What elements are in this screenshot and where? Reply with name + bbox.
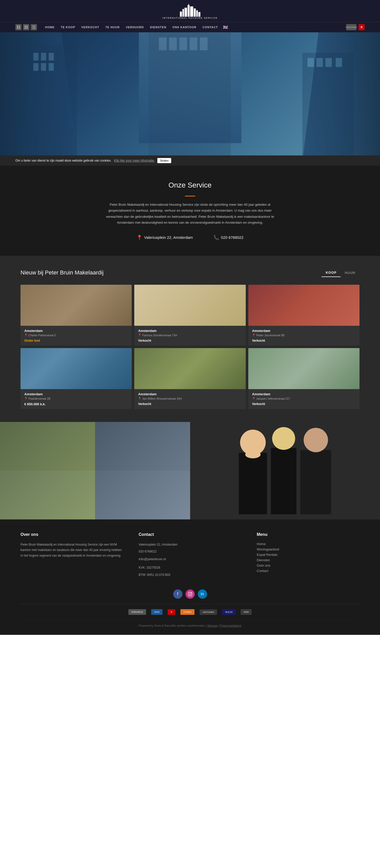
hvh-logo: HvH	[241, 609, 252, 615]
nav-verkocht[interactable]: VERKOCHT	[78, 22, 103, 32]
footer-email-link[interactable]: info@peterbruin.nl	[139, 556, 241, 562]
footer-menu-item-1[interactable]: Woningaanbod	[257, 547, 359, 551]
location-icon-4: 📍	[138, 397, 141, 400]
svg-point-40	[191, 593, 192, 593]
property-card-2[interactable]: Amsterdam 📍 Pieter Jacobsstraat 8B Verko…	[248, 285, 359, 345]
address-info: 📍 Valeriusplein 22, Amsterdam	[137, 235, 193, 240]
hero-section	[0, 32, 380, 155]
property-info-3: Amsterdam 📍 Paardenstraat 2B € 650.000 k…	[21, 389, 132, 409]
vastgoed-logo: vastgoed	[200, 610, 217, 615]
footer-menu-item-5[interactable]: Contact	[257, 569, 359, 573]
team-photo-4	[95, 471, 190, 519]
sitemap-link[interactable]: Sitemap	[207, 624, 217, 627]
location-icon-1: 📍	[138, 334, 141, 337]
pararius-logo: Pararius	[128, 609, 146, 615]
footer-menu-item-3[interactable]: Diensten	[257, 558, 359, 562]
svg-rect-0	[180, 11, 182, 17]
nav-te-koop[interactable]: TE KOOP	[58, 22, 78, 32]
footer-menu-item-0[interactable]: Home	[257, 542, 359, 546]
property-card-0[interactable]: Amsterdam 📍 Charlie Parkerstraat 5 Onder…	[21, 285, 132, 345]
svg-rect-1	[182, 9, 184, 17]
property-city-4: Amsterdam	[138, 392, 242, 396]
svg-rect-32	[200, 37, 208, 50]
svg-rect-9	[17, 26, 18, 27]
svg-rect-5	[194, 8, 196, 17]
svg-rect-2	[184, 8, 187, 17]
team-photo-1	[0, 422, 95, 471]
site-footer: Over ons Peter Bruin Makelaardij en Inte…	[0, 519, 380, 635]
svg-rect-30	[179, 37, 187, 50]
property-info-2: Amsterdam 📍 Pieter Jacobsstraat 8B Verko…	[248, 326, 359, 345]
footer-grid: Over ons Peter Bruin Makelaardij en Inte…	[21, 532, 359, 580]
nav-te-huur[interactable]: TE HUUR	[102, 22, 123, 32]
svg-rect-25	[41, 63, 46, 71]
svg-rect-14	[26, 26, 28, 27]
svg-rect-11	[17, 27, 18, 29]
property-price-3: € 650.000 k.k.	[24, 402, 128, 406]
nav-contact[interactable]: CONTACT	[199, 22, 221, 32]
svg-rect-12	[19, 27, 20, 29]
site-header: INTERNATIONAL HOUSING SERVICE	[0, 0, 380, 22]
svg-rect-21	[33, 53, 38, 61]
svg-rect-33	[302, 53, 354, 155]
property-address-3: 📍 Paardenstraat 2B	[24, 397, 128, 400]
property-card-5[interactable]: Amsterdam 📍 Jacques Veltmanstraat 217 Ve…	[248, 348, 359, 409]
property-city-2: Amsterdam	[252, 329, 356, 333]
hero-buildings-svg	[0, 32, 380, 155]
service-description: Peter Bruin Makelaardij en International…	[100, 202, 280, 226]
team-photo-3	[0, 471, 95, 519]
location-icon-0: 📍	[24, 334, 27, 337]
properties-heading: Nieuw bij Peter Bruin Makelaardij	[21, 269, 104, 276]
svg-rect-4	[190, 6, 193, 17]
footer-menu-item-2[interactable]: Expat Rentals	[257, 553, 359, 557]
svg-rect-35	[316, 58, 323, 67]
properties-section: Nieuw bij Peter Bruin Makelaardij KOOP H…	[0, 256, 380, 422]
tab-koop[interactable]: KOOP	[321, 269, 341, 277]
privacy-link[interactable]: Privacyverklaring	[220, 624, 241, 627]
property-status-0: Onder bod	[24, 339, 128, 342]
address-text: Valeriusplein 22, Amsterdam	[144, 235, 193, 240]
cookie-info-link[interactable]: Klik hier voor meer informatie.	[114, 159, 155, 162]
svg-rect-34	[308, 58, 314, 67]
cookie-close-button[interactable]: Sluiten	[157, 158, 171, 163]
main-nav: HOME TE KOOP VERKOCHT TE HUUR VERHUURD D…	[0, 22, 380, 32]
nav-ons-kantoor[interactable]: ONS KANTOOR	[169, 22, 199, 32]
phone-text: 020 6768022	[221, 235, 244, 240]
property-card-4[interactable]: Amsterdam 📍 Jan Willem Brouwersstraat 18…	[134, 348, 245, 409]
instagram-icon[interactable]	[185, 589, 195, 599]
footer-menu-col: Menu HomeWoningaanbodExpat RentalsDienst…	[257, 532, 359, 580]
property-card-1[interactable]: Amsterdam 📍 Fannius Scholtenstraat 73H V…	[134, 285, 245, 345]
team-section	[0, 422, 380, 519]
nav-home[interactable]: HOME	[42, 22, 58, 32]
nav-extra-box-2: R	[358, 24, 365, 30]
cookie-text: Om u beter van dienst te zijn maakt deze…	[15, 159, 111, 162]
properties-grid: Amsterdam 📍 Charlie Parkerstraat 5 Onder…	[21, 285, 359, 409]
footer-address: Valeriusplein 22, Amsterdam	[139, 542, 241, 548]
property-city-3: Amsterdam	[24, 392, 128, 396]
property-address-4: 📍 Jan Willem Brouwersstraat 18H	[138, 397, 242, 400]
tab-huur[interactable]: HUUR	[341, 269, 359, 277]
nav-verhuurd[interactable]: VERHUURD	[123, 22, 147, 32]
svg-rect-13	[25, 26, 26, 27]
footer-contact-col: Contact Valeriusplein 22, Amsterdam 020 …	[139, 532, 241, 580]
property-card-3[interactable]: Amsterdam 📍 Paardenstraat 2B € 650.000 k…	[21, 348, 132, 409]
svg-rect-18	[32, 27, 35, 27]
nav-icon-1	[15, 24, 22, 30]
footer-kvk: KVK: 33275526	[139, 565, 241, 571]
svg-rect-10	[19, 26, 20, 27]
logo-area: INTERNATIONAL HOUSING SERVICE	[0, 4, 380, 19]
facebook-icon[interactable]: f	[173, 589, 182, 599]
service-heading: Onze Service	[51, 181, 329, 189]
footer-menu-links: HomeWoningaanbodExpat RentalsDienstenOve…	[257, 542, 359, 573]
property-info-4: Amsterdam 📍 Jan Willem Brouwersstraat 18…	[134, 389, 245, 409]
language-flag-icon[interactable]: 🇬🇧	[223, 25, 228, 30]
nav-extra-icons: VASTGOED R	[346, 24, 365, 30]
footer-menu-heading: Menu	[257, 532, 359, 537]
svg-rect-36	[325, 58, 332, 67]
nav-diensten[interactable]: DIENSTEN	[147, 22, 169, 32]
property-img-0	[21, 285, 132, 326]
location-icon-3: 📍	[24, 397, 27, 400]
footer-menu-item-4[interactable]: Over ons	[257, 563, 359, 567]
svg-rect-19	[32, 28, 35, 29]
linkedin-icon[interactable]: in	[198, 589, 207, 599]
